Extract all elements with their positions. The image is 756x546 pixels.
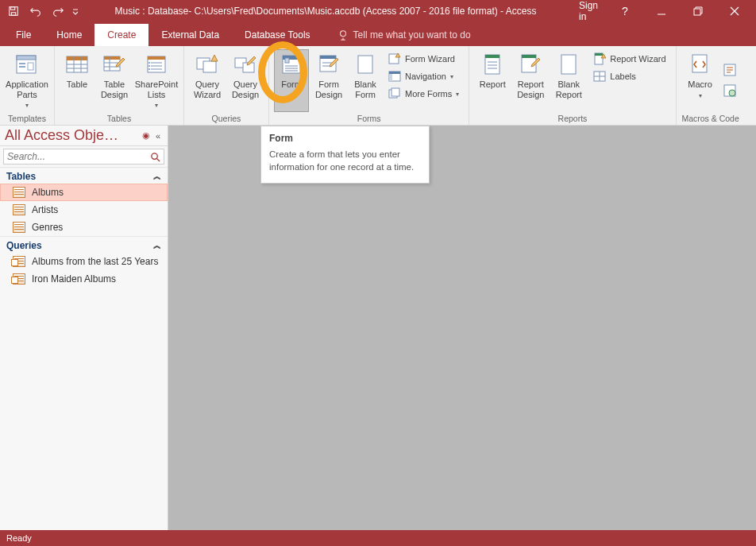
- tab-create[interactable]: Create: [94, 24, 148, 46]
- report-wizard-button[interactable]: Report Wizard: [590, 51, 669, 67]
- tab-file[interactable]: File: [3, 24, 44, 46]
- blank-report-button[interactable]: BlankReport: [550, 49, 587, 112]
- blank-form-button[interactable]: BlankForm: [349, 49, 382, 112]
- quick-access-toolbar: [3, 2, 81, 21]
- macro-icon: [688, 52, 713, 77]
- navigation-button[interactable]: Navigation ▾: [385, 68, 462, 84]
- group-queries: QueryWizard QueryDesign Queries: [184, 46, 269, 125]
- nav-group-tables[interactable]: Tables ︽: [0, 167, 168, 184]
- table-icon: [64, 52, 90, 77]
- more-forms-button[interactable]: More Forms ▾: [385, 86, 462, 102]
- nav-item-albums-25y[interactable]: Albums from the last 25 Years: [0, 253, 168, 270]
- nav-item-genres[interactable]: Genres: [0, 219, 168, 236]
- table-design-button[interactable]: TableDesign: [96, 49, 133, 112]
- application-parts-button[interactable]: ApplicationParts ▾: [5, 49, 49, 112]
- labels-label: Labels: [610, 72, 635, 81]
- table-design-icon: [102, 52, 127, 77]
- nav-item-albums[interactable]: Albums: [0, 184, 168, 201]
- sharepoint-lists-icon: [144, 52, 169, 77]
- query-wizard-icon: [195, 52, 220, 77]
- table-design-label: TableDesign: [101, 79, 128, 99]
- form-wizard-label: Form Wizard: [405, 54, 455, 64]
- title-bar: Music : Database- C:\Users\Fred\Document…: [0, 0, 756, 22]
- nav-item-label: Albums from the last 25 Years: [32, 256, 158, 267]
- nav-collapse-button[interactable]: «: [153, 131, 163, 141]
- search-icon[interactable]: [147, 152, 164, 162]
- query-design-label: QueryDesign: [232, 79, 259, 99]
- nav-filter-dropdown[interactable]: ◉: [139, 130, 153, 141]
- report-button[interactable]: Report: [474, 49, 511, 112]
- search-input[interactable]: [4, 149, 147, 164]
- group-tables-label: Tables: [107, 112, 131, 123]
- query-wizard-button[interactable]: QueryWizard: [189, 49, 226, 112]
- nav-title[interactable]: All Access Obje…: [5, 127, 139, 144]
- tell-me-label: Tell me what you want to do: [353, 29, 471, 41]
- minimize-button[interactable]: [643, 0, 680, 22]
- svg-point-47: [152, 153, 157, 158]
- module-icon[interactable]: [723, 63, 739, 79]
- form-icon: [279, 52, 304, 77]
- svg-rect-31: [389, 72, 400, 74]
- report-design-button[interactable]: ReportDesign: [512, 49, 549, 112]
- form-tooltip: Form Create a form that lets you enter i…: [260, 126, 430, 184]
- group-forms-label: Forms: [357, 112, 381, 123]
- svg-rect-15: [148, 56, 165, 60]
- svg-rect-41: [595, 53, 603, 56]
- form-wizard-button[interactable]: Form Wizard: [385, 51, 462, 67]
- sharepoint-lists-button[interactable]: SharePointLists ▾: [134, 49, 179, 112]
- sign-in-button[interactable]: Sign in: [570, 0, 607, 22]
- svg-rect-20: [203, 61, 216, 72]
- svg-rect-36: [485, 55, 499, 58]
- table-object-icon: [13, 222, 25, 233]
- blank-report-label: BlankReport: [556, 79, 582, 99]
- qat-customize-button[interactable]: [70, 2, 81, 21]
- tab-database-tools[interactable]: Database Tools: [232, 24, 323, 46]
- report-icon: [480, 52, 505, 77]
- tell-me-search[interactable]: Tell me what you want to do: [323, 29, 476, 46]
- collapse-icon[interactable]: ︽: [153, 171, 161, 182]
- tab-home[interactable]: Home: [44, 24, 94, 46]
- chevron-down-icon: ▾: [25, 102, 29, 109]
- close-button[interactable]: [716, 0, 753, 22]
- group-reports-label: Reports: [558, 112, 588, 123]
- group-templates: ApplicationParts ▾ Templates: [0, 46, 55, 125]
- svg-rect-38: [522, 55, 536, 58]
- query-wizard-label: QueryWizard: [194, 79, 221, 99]
- svg-rect-11: [67, 56, 87, 60]
- nav-item-iron-maiden[interactable]: Iron Maiden Albums: [0, 270, 168, 288]
- table-button[interactable]: Table: [60, 49, 94, 112]
- form-button[interactable]: Form: [274, 49, 309, 112]
- report-label: Report: [480, 79, 506, 90]
- svg-rect-7: [19, 63, 25, 64]
- collapse-icon[interactable]: ︽: [153, 240, 161, 251]
- class-module-icon[interactable]: [723, 83, 739, 99]
- restore-button[interactable]: [680, 0, 716, 22]
- document-canvas: [168, 126, 756, 530]
- group-macros-label: Macros & Code: [681, 112, 739, 123]
- help-button[interactable]: ?: [607, 0, 643, 22]
- group-templates-label: Templates: [8, 112, 46, 123]
- table-label: Table: [67, 79, 87, 90]
- svg-rect-2: [11, 13, 15, 16]
- labels-button[interactable]: Labels: [590, 68, 669, 84]
- query-design-button[interactable]: QueryDesign: [227, 49, 264, 112]
- svg-rect-32: [389, 74, 392, 81]
- redo-button[interactable]: [48, 2, 68, 21]
- report-wizard-label: Report Wizard: [610, 54, 665, 64]
- svg-point-17: [148, 65, 150, 67]
- svg-rect-39: [561, 55, 576, 74]
- save-button[interactable]: [3, 2, 24, 21]
- chevron-down-icon: ▾: [456, 91, 459, 98]
- nav-item-artists[interactable]: Artists: [0, 201, 168, 219]
- tab-external-data[interactable]: External Data: [148, 24, 232, 46]
- svg-point-4: [340, 31, 345, 37]
- svg-rect-25: [285, 58, 289, 63]
- navigation-pane: All Access Obje… ◉ « Tables ︽ Albums Art…: [0, 126, 168, 530]
- blank-form-icon: [353, 52, 378, 77]
- form-design-button[interactable]: FormDesign: [310, 49, 347, 112]
- undo-button[interactable]: [25, 2, 46, 21]
- window-title: Music : Database- C:\Users\Fred\Document…: [81, 6, 570, 17]
- macro-button[interactable]: Macro ▾: [681, 49, 719, 112]
- macro-label: Macro: [688, 79, 712, 90]
- nav-group-queries[interactable]: Queries ︽: [0, 236, 168, 253]
